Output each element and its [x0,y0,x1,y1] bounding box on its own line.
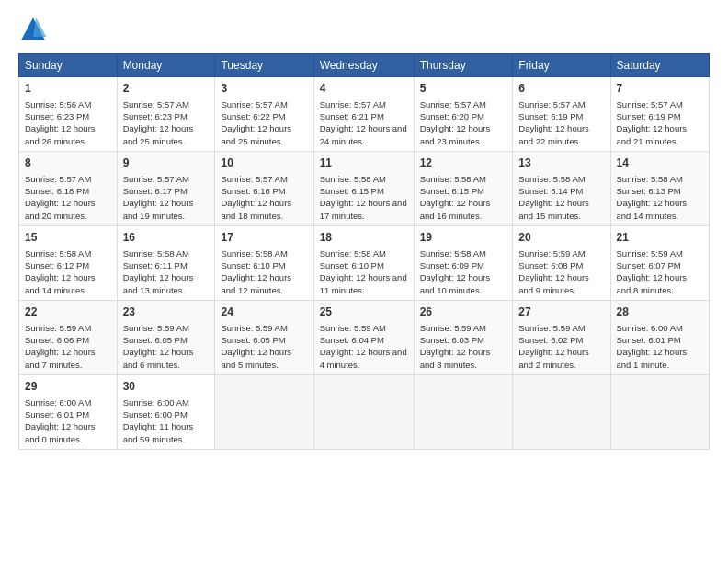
calendar-cell: 26Sunrise: 5:59 AMSunset: 6:03 PMDayligh… [414,300,513,374]
day-number: 27 [518,304,604,320]
day-info: Sunrise: 5:57 AMSunset: 6:17 PMDaylight:… [123,174,194,221]
day-number: 2 [123,81,210,97]
calendar-cell [215,374,313,449]
calendar-cell: 9Sunrise: 5:57 AMSunset: 6:17 PMDaylight… [117,151,215,225]
calendar-cell [513,374,610,449]
day-info: Sunrise: 5:57 AMSunset: 6:20 PMDaylight:… [420,99,491,146]
calendar-cell: 16Sunrise: 5:58 AMSunset: 6:11 PMDayligh… [117,225,215,300]
day-number: 26 [420,304,507,320]
calendar-cell: 30Sunrise: 6:00 AMSunset: 6:00 PMDayligh… [117,374,215,449]
day-number: 10 [221,155,307,171]
day-number: 3 [221,81,307,97]
day-number: 5 [420,81,507,97]
day-info: Sunrise: 5:57 AMSunset: 6:16 PMDaylight:… [221,174,291,221]
calendar-cell: 19Sunrise: 5:58 AMSunset: 6:09 PMDayligh… [414,225,513,300]
day-info: Sunrise: 5:58 AMSunset: 6:15 PMDaylight:… [320,174,407,221]
day-info: Sunrise: 5:59 AMSunset: 6:08 PMDaylight:… [518,248,589,295]
header [18,15,710,44]
logo [18,15,51,44]
calendar-cell: 20Sunrise: 5:59 AMSunset: 6:08 PMDayligh… [513,225,610,300]
day-number: 30 [123,379,210,395]
day-info: Sunrise: 5:57 AMSunset: 6:18 PMDaylight:… [25,174,96,221]
calendar-cell: 11Sunrise: 5:58 AMSunset: 6:15 PMDayligh… [313,151,414,225]
page: SundayMondayTuesdayWednesdayThursdayFrid… [0,0,728,459]
day-number: 13 [518,155,604,171]
day-number: 8 [25,155,111,171]
calendar-cell: 25Sunrise: 5:59 AMSunset: 6:04 PMDayligh… [313,300,414,374]
calendar-cell: 12Sunrise: 5:58 AMSunset: 6:15 PMDayligh… [414,151,513,225]
calendar-cell: 29Sunrise: 6:00 AMSunset: 6:01 PMDayligh… [19,374,118,449]
day-info: Sunrise: 5:56 AMSunset: 6:23 PMDaylight:… [25,99,96,146]
day-number: 18 [320,230,408,246]
day-number: 24 [221,304,307,320]
calendar-cell: 15Sunrise: 5:58 AMSunset: 6:12 PMDayligh… [19,225,118,300]
day-info: Sunrise: 5:58 AMSunset: 6:12 PMDaylight:… [25,248,96,295]
day-number: 19 [420,230,507,246]
calendar-cell: 7Sunrise: 5:57 AMSunset: 6:19 PMDaylight… [610,77,709,152]
day-info: Sunrise: 5:58 AMSunset: 6:14 PMDaylight:… [518,174,589,221]
svg-marker-1 [33,17,46,37]
day-number: 23 [123,304,210,320]
calendar-cell: 4Sunrise: 5:57 AMSunset: 6:21 PMDaylight… [313,77,414,152]
calendar-cell: 3Sunrise: 5:57 AMSunset: 6:22 PMDaylight… [215,77,313,152]
day-info: Sunrise: 5:59 AMSunset: 6:07 PMDaylight:… [617,248,688,295]
calendar-cell: 5Sunrise: 5:57 AMSunset: 6:20 PMDaylight… [414,77,513,152]
calendar-cell: 21Sunrise: 5:59 AMSunset: 6:07 PMDayligh… [610,225,709,300]
day-number: 28 [617,304,703,320]
day-info: Sunrise: 5:57 AMSunset: 6:23 PMDaylight:… [123,99,194,146]
day-number: 20 [518,230,604,246]
day-info: Sunrise: 5:57 AMSunset: 6:19 PMDaylight:… [518,99,589,146]
weekday-header: Sunday [19,54,118,77]
calendar-week-row: 15Sunrise: 5:58 AMSunset: 6:12 PMDayligh… [19,225,710,300]
day-info: Sunrise: 5:59 AMSunset: 6:05 PMDaylight:… [221,323,291,370]
calendar-cell: 1Sunrise: 5:56 AMSunset: 6:23 PMDaylight… [19,77,118,152]
day-number: 21 [617,230,703,246]
calendar-week-row: 1Sunrise: 5:56 AMSunset: 6:23 PMDaylight… [19,77,710,152]
calendar-cell [313,374,414,449]
day-number: 25 [320,304,408,320]
logo-icon [18,15,48,44]
weekday-header: Saturday [610,54,709,77]
day-number: 22 [25,304,111,320]
calendar-cell: 2Sunrise: 5:57 AMSunset: 6:23 PMDaylight… [117,77,215,152]
calendar-cell: 24Sunrise: 5:59 AMSunset: 6:05 PMDayligh… [215,300,313,374]
calendar-cell: 28Sunrise: 6:00 AMSunset: 6:01 PMDayligh… [610,300,709,374]
day-info: Sunrise: 5:58 AMSunset: 6:10 PMDaylight:… [221,248,291,295]
calendar-cell: 10Sunrise: 5:57 AMSunset: 6:16 PMDayligh… [215,151,313,225]
weekday-header: Tuesday [215,54,313,77]
calendar-week-row: 8Sunrise: 5:57 AMSunset: 6:18 PMDaylight… [19,151,710,225]
weekday-header: Wednesday [313,54,414,77]
day-number: 15 [25,230,111,246]
calendar-week-row: 29Sunrise: 6:00 AMSunset: 6:01 PMDayligh… [19,374,710,449]
weekday-header: Friday [513,54,610,77]
calendar-cell: 22Sunrise: 5:59 AMSunset: 6:06 PMDayligh… [19,300,118,374]
day-number: 6 [518,81,604,97]
calendar-cell: 8Sunrise: 5:57 AMSunset: 6:18 PMDaylight… [19,151,118,225]
day-info: Sunrise: 6:00 AMSunset: 6:01 PMDaylight:… [25,397,96,444]
calendar-cell: 14Sunrise: 5:58 AMSunset: 6:13 PMDayligh… [610,151,709,225]
calendar-cell [414,374,513,449]
day-info: Sunrise: 6:00 AMSunset: 6:00 PMDaylight:… [123,397,194,444]
day-info: Sunrise: 5:58 AMSunset: 6:09 PMDaylight:… [420,248,491,295]
day-number: 12 [420,155,507,171]
day-number: 16 [123,230,210,246]
calendar-cell: 18Sunrise: 5:58 AMSunset: 6:10 PMDayligh… [313,225,414,300]
day-info: Sunrise: 5:57 AMSunset: 6:22 PMDaylight:… [221,99,291,146]
day-info: Sunrise: 5:58 AMSunset: 6:10 PMDaylight:… [320,248,407,295]
day-info: Sunrise: 5:58 AMSunset: 6:13 PMDaylight:… [617,174,688,221]
day-info: Sunrise: 5:59 AMSunset: 6:02 PMDaylight:… [518,323,589,370]
calendar-cell [610,374,709,449]
day-number: 29 [25,379,111,395]
day-info: Sunrise: 5:57 AMSunset: 6:21 PMDaylight:… [320,99,407,146]
day-info: Sunrise: 5:59 AMSunset: 6:03 PMDaylight:… [420,323,491,370]
calendar: SundayMondayTuesdayWednesdayThursdayFrid… [18,53,710,450]
day-number: 17 [221,230,307,246]
weekday-header: Thursday [414,54,513,77]
day-info: Sunrise: 5:58 AMSunset: 6:11 PMDaylight:… [123,248,194,295]
day-info: Sunrise: 5:59 AMSunset: 6:05 PMDaylight:… [123,323,194,370]
calendar-cell: 17Sunrise: 5:58 AMSunset: 6:10 PMDayligh… [215,225,313,300]
day-number: 7 [617,81,703,97]
day-info: Sunrise: 5:58 AMSunset: 6:15 PMDaylight:… [420,174,491,221]
day-number: 9 [123,155,210,171]
calendar-cell: 6Sunrise: 5:57 AMSunset: 6:19 PMDaylight… [513,77,610,152]
